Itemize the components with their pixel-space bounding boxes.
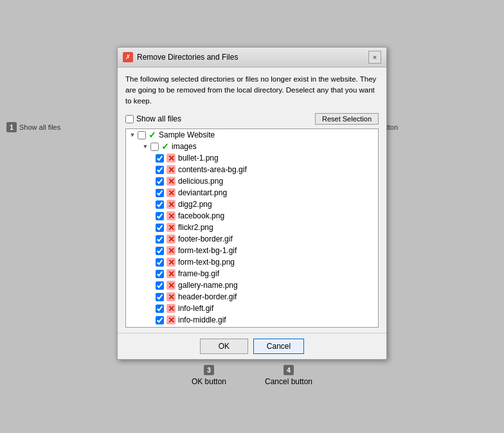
show-all-text: Show all files <box>136 114 181 123</box>
title-left: ✗ Remove Directories and Files <box>123 52 238 62</box>
file-label: form-text-bg-1.gif <box>178 246 237 255</box>
tree-file-item[interactable]: ✕info-middle.gif <box>126 314 378 326</box>
remove-dialog: ✗ Remove Directories and Files × The fol… <box>117 47 387 360</box>
tree-file-item[interactable]: ✕gallery-name.png <box>126 279 378 291</box>
file-checkbox[interactable] <box>156 212 164 220</box>
tree-file-item[interactable]: ✕frame-bg.gif <box>126 268 378 279</box>
file-delete-icon: ✕ <box>166 327 176 328</box>
tree-folder-item[interactable]: ▼ ✓ images <box>126 141 378 152</box>
bottom-annotations: 3 OK button 4 Cancel button <box>117 365 387 386</box>
info-text: The following selected directories or fi… <box>125 74 379 107</box>
tree-file-item[interactable]: ✕header-border.gif <box>126 291 378 303</box>
root-label: Sample Website <box>159 130 215 139</box>
root-status-icon: ✓ <box>148 130 156 140</box>
root-checkbox[interactable] <box>138 131 146 139</box>
file-checkbox[interactable] <box>156 189 164 197</box>
file-checkbox[interactable] <box>156 328 164 328</box>
file-label: frame-bg.gif <box>178 269 219 278</box>
folder-label: images <box>172 142 197 151</box>
file-label: contents-area-bg.gif <box>178 165 247 174</box>
file-label: footer-border.gif <box>178 234 233 243</box>
file-label: flickr2.png <box>178 223 213 232</box>
annotation-label-show-all: Show all files <box>19 123 60 131</box>
dialog-title: Remove Directories and Files <box>137 53 238 62</box>
tree-file-item[interactable]: ✕info-left.gif <box>126 303 378 314</box>
ok-button[interactable]: OK <box>200 339 248 354</box>
file-delete-icon: ✕ <box>166 188 176 197</box>
tree-file-item[interactable]: ✕contents-area-bg.gif <box>126 164 378 175</box>
file-label: form-text-bg.png <box>178 258 235 267</box>
root-expand-icon: ▼ <box>129 131 136 139</box>
file-checkbox[interactable] <box>156 316 164 324</box>
file-label: header-border.gif <box>178 292 237 301</box>
folder-expand-icon: ▼ <box>141 143 149 150</box>
toolbar-row: Show all files Reset Selection <box>125 113 379 125</box>
annotation-badge-4: 4 <box>284 365 294 375</box>
close-button[interactable]: × <box>368 51 381 64</box>
file-delete-icon: ✕ <box>166 177 176 186</box>
tree-file-item[interactable]: ✕bullet-1.png <box>126 152 378 164</box>
file-tree[interactable]: ▼ ✓ Sample Website ▼ ✓ images ✕bullet-1.… <box>125 128 379 328</box>
file-delete-icon: ✕ <box>166 211 176 220</box>
annotation-badge-3: 3 <box>204 365 214 375</box>
file-delete-icon: ✕ <box>166 234 176 243</box>
tree-file-item[interactable]: ✕info-right.gif <box>126 326 378 328</box>
dialog-icon: ✗ <box>123 52 133 62</box>
file-label: delicious.png <box>178 177 223 186</box>
tree-file-item[interactable]: ✕flickr2.png <box>126 222 378 233</box>
tree-file-item[interactable]: ✕form-text-bg-1.gif <box>126 245 378 256</box>
annotation-show-all: 1 Show all files <box>6 122 60 132</box>
file-delete-icon: ✕ <box>166 281 176 290</box>
tree-file-item[interactable]: ✕digg2.png <box>126 199 378 210</box>
show-all-label[interactable]: Show all files <box>125 114 181 123</box>
file-label: info-left.gif <box>178 304 213 313</box>
dialog-content: The following selected directories or fi… <box>118 67 386 333</box>
file-label: info-middle.gif <box>178 315 226 324</box>
file-checkbox[interactable] <box>156 200 164 209</box>
file-label: bullet-1.png <box>178 154 219 163</box>
file-label: deviantart.png <box>178 188 227 197</box>
file-checkbox[interactable] <box>156 154 164 163</box>
file-delete-icon: ✕ <box>166 154 176 163</box>
file-delete-icon: ✕ <box>166 315 176 324</box>
file-checkbox[interactable] <box>156 177 164 186</box>
file-delete-icon: ✕ <box>166 292 176 301</box>
tree-root-item[interactable]: ▼ ✓ Sample Website <box>126 129 378 141</box>
file-label: gallery-name.png <box>178 281 238 290</box>
file-checkbox[interactable] <box>156 247 164 255</box>
tree-file-item[interactable]: ✕deviantart.png <box>126 187 378 199</box>
cancel-annotation: 4 Cancel button <box>265 365 312 386</box>
folder-checkbox[interactable] <box>150 143 159 151</box>
cancel-button[interactable]: Cancel <box>253 339 304 354</box>
file-checkbox[interactable] <box>156 258 164 267</box>
file-label: facebook.png <box>178 211 224 220</box>
file-checkbox[interactable] <box>156 293 164 301</box>
file-label: digg2.png <box>178 200 212 209</box>
file-checkbox[interactable] <box>156 166 164 174</box>
annotation-badge-1: 1 <box>6 122 17 132</box>
file-checkbox[interactable] <box>156 305 164 313</box>
cancel-annotation-label: Cancel button <box>265 377 312 386</box>
tree-file-item[interactable]: ✕footer-border.gif <box>126 233 378 245</box>
dialog-wrapper: ✗ Remove Directories and Files × The fol… <box>117 47 387 387</box>
ok-annotation: 3 OK button <box>192 365 226 386</box>
reset-selection-button[interactable]: Reset Selection <box>315 113 379 125</box>
dialog-titlebar: ✗ Remove Directories and Files × <box>118 48 386 67</box>
ok-annotation-label: OK button <box>192 377 226 386</box>
tree-file-item[interactable]: ✕form-text-bg.png <box>126 256 378 268</box>
file-label: info-right.gif <box>178 327 219 328</box>
file-checkbox[interactable] <box>156 224 164 232</box>
file-checkbox[interactable] <box>156 235 164 243</box>
folder-status-icon: ✓ <box>161 141 169 152</box>
show-all-checkbox[interactable] <box>125 115 134 123</box>
file-delete-icon: ✕ <box>166 200 176 209</box>
file-checkbox[interactable] <box>156 270 164 278</box>
tree-file-item[interactable]: ✕facebook.png <box>126 210 378 222</box>
file-delete-icon: ✕ <box>166 304 176 313</box>
file-checkbox[interactable] <box>156 281 164 290</box>
file-delete-icon: ✕ <box>166 246 176 255</box>
file-delete-icon: ✕ <box>166 165 176 174</box>
tree-file-item[interactable]: ✕delicious.png <box>126 175 378 187</box>
file-delete-icon: ✕ <box>166 258 176 267</box>
dialog-footer: OK Cancel <box>118 333 386 359</box>
